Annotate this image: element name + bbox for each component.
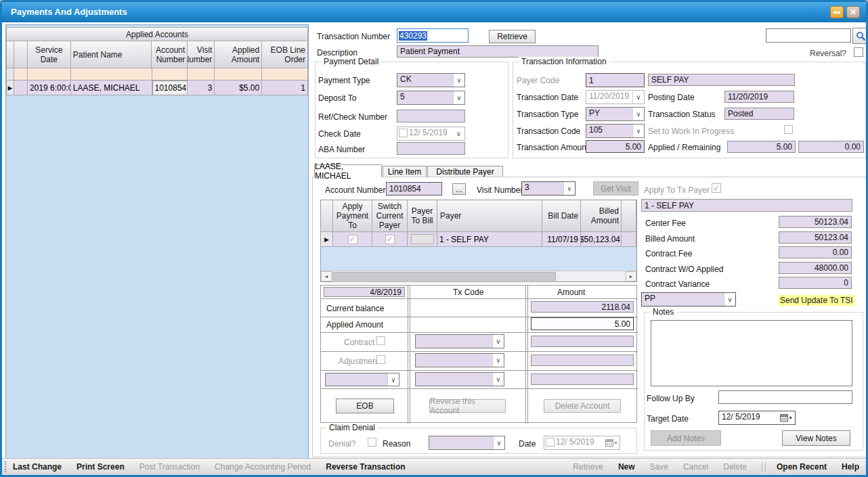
view-notes-button[interactable]: View Notes (782, 430, 850, 446)
account-number-field[interactable]: 1010854 (386, 182, 442, 196)
transaction-code-label: Transaction Code (517, 127, 580, 136)
filter-cell[interactable] (215, 68, 262, 81)
payer-to-bill-box (411, 234, 434, 244)
apply-table: 4/8/2019 Tx Code Amount Current balance … (320, 285, 637, 423)
reverse-account-button[interactable]: Reverse this Account (429, 399, 506, 413)
search-input[interactable] (766, 28, 851, 43)
add-notes-button[interactable]: Add Notes (651, 430, 721, 446)
denial-date-picker[interactable]: 12/ 5/2019 ▾ (544, 436, 620, 450)
search-button[interactable] (852, 28, 868, 44)
col-service-date[interactable]: Service Date (28, 41, 71, 68)
adjustment-amount-field[interactable] (531, 355, 634, 366)
transaction-code-combo[interactable]: 105 ∨ (586, 124, 645, 138)
eob-button[interactable]: EOB (336, 399, 394, 413)
apply-to-tx-payer-checkbox[interactable]: ✓ (712, 183, 721, 193)
payment-type-combo[interactable]: CK ∨ (397, 73, 465, 87)
follow-up-input[interactable] (718, 390, 852, 404)
scroll-left-button[interactable]: ◄ (321, 271, 332, 281)
applied-accounts-data-row[interactable]: ▶ 2019 6:00:00 LAASE, MICHAEL 1010854 3 … (6, 81, 308, 95)
col-payer[interactable]: Payer (437, 200, 542, 232)
check-date-checkbox[interactable] (399, 129, 408, 137)
extra-type-combo[interactable]: ∨ (325, 373, 399, 386)
filter-cell[interactable] (14, 68, 28, 81)
center-fee-field: 50123.04 (779, 216, 852, 228)
statusbar-save[interactable]: Save (650, 462, 668, 472)
filter-cell[interactable] (188, 68, 215, 81)
close-button[interactable]: ✕ (846, 6, 860, 18)
col-applied-amount[interactable]: Applied Amount (215, 41, 262, 68)
payer-to-bill-cell[interactable] (408, 232, 437, 247)
statusbar-change-accounting-period[interactable]: Change Accounting Period (215, 462, 311, 472)
applied-amount-field[interactable]: 5.00 (531, 317, 634, 330)
statusbar-new[interactable]: New (618, 462, 635, 472)
reversal-checkbox[interactable] (854, 47, 863, 57)
filter-cell[interactable] (262, 68, 308, 81)
horizontal-scrollbar[interactable]: ◄ ► (321, 271, 636, 281)
col-switch-current-payer[interactable]: Switch Current Payer (372, 200, 408, 232)
scroll-thumb[interactable] (332, 272, 556, 281)
check-date-picker[interactable]: 12/ 5/2019 ∨ (397, 127, 465, 141)
wip-checkbox[interactable] (784, 125, 793, 134)
adjustment-code-combo[interactable]: ∨ (415, 353, 504, 367)
ref-check-field[interactable] (397, 110, 465, 122)
col-account-number[interactable]: Account Number (152, 41, 188, 68)
col-billed-amount[interactable]: Billed Amount (581, 200, 622, 232)
switch-payer-cell[interactable]: ✓ (372, 232, 408, 247)
payer-code-combo[interactable]: PP ∨ (641, 292, 736, 306)
tab-distribute-payer[interactable]: Distribute Payer (427, 166, 503, 177)
target-date-picker[interactable]: 12/ 5/2019 ▾ (718, 411, 796, 425)
statusbar-retrieve[interactable]: Retrieve (573, 462, 603, 472)
account-browse-button[interactable]: ... (452, 183, 466, 195)
denial-reason-combo[interactable]: ∨ (429, 436, 505, 450)
delete-account-button[interactable]: Delete Account (544, 399, 621, 413)
selected-text: 430293 (399, 31, 427, 41)
partial-cell (622, 232, 636, 247)
filter-cell[interactable] (28, 68, 71, 81)
col-visit-number[interactable]: Visit Number (188, 41, 215, 68)
get-visit-button[interactable]: Get Visit (593, 181, 638, 196)
col-bill-date[interactable]: Bill Date (542, 200, 581, 232)
statusbar-open-recent[interactable]: Open Recent (777, 462, 827, 472)
cell-eob-line-order: 1 (262, 81, 308, 95)
statusbar-post-transaction[interactable]: Post Transaction (139, 462, 200, 472)
tab-patient[interactable]: LAASE, MICHAEL (314, 164, 382, 177)
col-patient-name[interactable]: Patient Name (71, 41, 152, 68)
extra-code-combo[interactable]: ∨ (415, 372, 504, 386)
statusbar-help[interactable]: Help (842, 462, 859, 472)
transaction-type-combo[interactable]: PY ∨ (586, 107, 645, 121)
statusbar-cancel[interactable]: Cancel (683, 462, 708, 472)
col-eob-line-order[interactable]: EOB Line Order (262, 41, 308, 68)
statusbar-print-screen[interactable]: Print Screen (77, 462, 125, 472)
col-payer-to-bill[interactable]: Payer To Bill (408, 200, 437, 232)
retrieve-button[interactable]: Retrieve (489, 30, 536, 43)
contract-wo-label: Contract W/O Applied (645, 265, 723, 274)
visit-number-combo[interactable]: 3 ∨ (521, 181, 576, 196)
adjustment-checkbox[interactable] (376, 355, 385, 364)
statusbar-reverse-transaction[interactable]: Reverse Transaction (326, 462, 405, 472)
contract-amount-field[interactable] (531, 336, 634, 347)
divider (408, 286, 408, 424)
scroll-right-button[interactable]: ► (626, 271, 636, 281)
contract-checkbox[interactable] (376, 336, 385, 345)
cell-visit-number: 3 (188, 81, 215, 95)
filter-cell[interactable] (71, 68, 152, 81)
divider (525, 286, 526, 424)
contract-code-combo[interactable]: ∨ (415, 334, 504, 348)
col-apply-payment-to[interactable]: Apply Payment To (333, 200, 372, 232)
deposit-to-combo[interactable]: 5 ∨ (397, 91, 465, 105)
bill-date-cell: 11/07/19 (542, 232, 581, 247)
statusbar-delete[interactable]: Delete (723, 462, 747, 472)
aba-number-field[interactable] (397, 142, 465, 155)
denial-date-checkbox[interactable] (546, 438, 555, 447)
transaction-number-input[interactable]: 430293 (397, 28, 469, 43)
minimize-button[interactable] (830, 6, 844, 18)
payer-grid-data-row[interactable]: ▶ ✓ ✓ 1 - SELF PAY 11/07/19 $50,123.04 (321, 232, 636, 247)
filter-cell[interactable] (152, 68, 188, 81)
cell-account-number: 1010854 (152, 81, 188, 95)
tab-line-item[interactable]: Line Item (383, 166, 427, 177)
notes-textarea[interactable] (651, 320, 852, 386)
statusbar-last-change[interactable]: Last Change (13, 462, 62, 472)
extra-amount-field[interactable] (531, 373, 634, 385)
denial-checkbox[interactable] (368, 438, 376, 447)
apply-payment-cell[interactable]: ✓ (333, 232, 372, 247)
